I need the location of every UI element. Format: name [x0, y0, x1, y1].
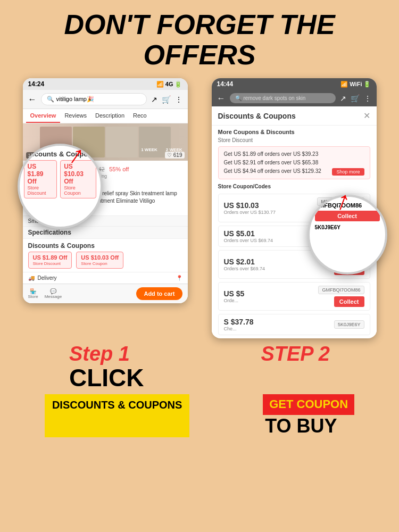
magnify-circle-1: Discounts & Coupons US $1.89 Off Store D…: [18, 144, 103, 229]
store-discount-box: Get US $1.89 off orders over US $39.23 G…: [218, 146, 370, 179]
coupon-row-4: US $5 Orde... GMFBQI7OOM86 Collect: [218, 282, 370, 311]
cart-icon[interactable]: 🛒: [162, 95, 171, 104]
phone1-signal: 📶 4G 🔋: [156, 81, 182, 88]
magnify-pill1-amount: US $1.89 Off: [28, 163, 54, 185]
bottom-icons: 🏪 Store 💬 Message: [28, 288, 62, 299]
phone2-search-text: remove dark spots on skin: [244, 95, 306, 101]
coupon-row-5: S $37.78 Che... 5K0J9E6Y: [218, 314, 370, 335]
coupon-1-amount: US $10.03: [224, 201, 276, 210]
banners-row: DISCOUNTS & COUPONS GET COUPON TO BUY: [0, 392, 399, 442]
pill-store-coupon: US $10.03 Off Store Coupon: [76, 252, 123, 269]
step1-num: Step 1: [69, 343, 144, 365]
pill-store-discount: US $1.89 Off Store Discount: [28, 252, 72, 269]
coupon-5-left: S $37.78 Che...: [224, 318, 254, 331]
tab-overview[interactable]: Overview: [26, 109, 61, 123]
phone2-search-icon: 🔍: [235, 95, 242, 101]
coupon-5-code: 5K0J9E6Y: [334, 320, 364, 329]
coupon-3-amount: US $2.01: [224, 257, 265, 266]
store-discount-rows: Get US $1.89 off orders over US $39.23 G…: [224, 150, 364, 176]
store-icon-block[interactable]: 🏪 Store: [28, 288, 38, 299]
step2-block: STEP 2: [261, 343, 330, 365]
step1-block: Step 1 CLICK: [69, 343, 144, 390]
store-label: Store: [28, 294, 38, 299]
magnify-pill2-label: Store Coupon: [64, 185, 81, 196]
banner-get-coupon-text: GET COUPON: [269, 397, 348, 411]
message-icon: 💬: [45, 288, 62, 294]
phone1-navbar: ← 🔍 vitiligo lamp🎉 ↗ 🛒 ⋮: [23, 90, 188, 109]
discount-line-3: Get US $4.94 off orders over US $129.32: [224, 168, 321, 174]
delivery-label: Delivery: [38, 275, 57, 281]
collect-button-4[interactable]: Collect: [334, 296, 364, 307]
steps-row: Step 1 CLICK STEP 2: [0, 338, 399, 392]
bottom-bar: 🏪 Store 💬 Message Add to cart: [23, 284, 188, 303]
coupon-2-min: Orders over US $69.74: [224, 238, 273, 243]
store-discount-label: Store Discount: [212, 136, 377, 144]
spec-label: Specifications: [28, 229, 71, 236]
store-icon: 🏪: [28, 288, 38, 294]
pill2-label: Store Coupon: [81, 261, 107, 266]
pill1-label: Store Discount: [33, 261, 61, 266]
phone2-signal: 📶 WiFi 🔋: [340, 81, 371, 88]
search-icon: 🔍: [47, 96, 54, 103]
phone2-back-icon[interactable]: ←: [217, 94, 226, 103]
phone2-search[interactable]: 🔍 remove dark spots on skin: [230, 93, 336, 103]
more-coupons-label: More Coupons & Discounts: [212, 126, 377, 136]
coupon-4-left: US $5 Orde...: [224, 289, 245, 303]
discount-line-1: Get US $1.89 off orders over US $39.23: [224, 151, 319, 157]
coupon-2-amount: US $5.01: [224, 229, 273, 238]
coupon-1-min: Orders over US $130.77: [224, 210, 276, 215]
magnify-collect-btn[interactable]: Collect: [315, 211, 380, 221]
modal-header: Discounts & Coupons ✕: [212, 106, 377, 126]
discounts-section[interactable]: Discounts & Coupons US $1.89 Off Store D…: [23, 238, 188, 272]
price-off: 55% off: [109, 166, 129, 172]
coupon-5-min: Che...: [224, 326, 254, 331]
tab-description[interactable]: Description: [91, 109, 129, 123]
phones-row: 14:24 📶 4G 🔋 ← 🔍 vitiligo lamp🎉 ↗ 🛒 ⋮ Ov…: [0, 78, 399, 338]
tab-reviews[interactable]: Reviews: [60, 109, 91, 123]
discount-title: Discounts & Coupons: [28, 242, 182, 250]
coupon-4-amount: US $5: [224, 289, 245, 298]
coupon-3-left: US $2.01 Orders over $69.74: [224, 257, 265, 271]
phone1-time: 14:24: [28, 80, 45, 88]
delivery-row: 🚚 Delivery 📍: [23, 272, 188, 284]
step1-action: CLICK: [69, 365, 144, 390]
phone1-tabs: Overview Reviews Description Reco: [23, 109, 188, 123]
phone1-search[interactable]: 🔍 vitiligo lamp🎉: [41, 93, 147, 105]
phone1-wrapper: 14:24 📶 4G 🔋 ← 🔍 vitiligo lamp🎉 ↗ 🛒 ⋮ Ov…: [23, 78, 188, 303]
shop-more-button[interactable]: Shop more: [332, 168, 364, 176]
phone1-search-text: vitiligo lamp🎉: [56, 96, 94, 103]
banner-to-buy-text: TO BUY: [263, 415, 354, 437]
cart2-icon[interactable]: 🛒: [351, 94, 360, 103]
share-icon[interactable]: ↗: [151, 95, 157, 104]
spec-row[interactable]: Specifications: [23, 226, 188, 238]
phone2-navbar: ← 🔍 remove dark spots on skin ↗ 🛒 ⋮: [212, 90, 377, 106]
back-icon[interactable]: ←: [28, 95, 37, 104]
modal-close-button[interactable]: ✕: [363, 111, 370, 121]
share2-icon[interactable]: ↗: [340, 94, 346, 103]
more2-icon[interactable]: ⋮: [364, 94, 371, 103]
message-icon-block[interactable]: 💬 Message: [45, 288, 62, 299]
coupon-4-right: GMFBQI7OOM86 Collect: [318, 286, 364, 307]
add-to-cart-button[interactable]: Add to cart: [136, 287, 182, 300]
step2-num: STEP 2: [261, 343, 330, 365]
coupon-4-code: GMFBQI7OOM86: [318, 286, 364, 294]
main-heading: DON'T FORGET THE OFFERS: [0, 0, 399, 76]
magnify-pill-1: US $1.89 Off Store Discount: [24, 160, 57, 198]
message-label: Message: [45, 294, 62, 299]
coupon-1-left: US $10.03 Orders over US $130.77: [224, 201, 276, 215]
pill2-amount: US $10.03 Off: [81, 254, 119, 261]
coupon-2-left: US $5.01 Orders over US $69.74: [224, 229, 273, 243]
phone1-nav-icons: ↗ 🛒 ⋮: [151, 95, 182, 104]
pill1-amount: US $1.89 Off: [33, 254, 68, 261]
phone2-nav-icons: ↗ 🛒 ⋮: [340, 94, 371, 103]
banner-discounts: DISCOUNTS & COUPONS: [45, 394, 189, 437]
magnify-pills: US $1.89 Off Store Discount US $10.03 Of…: [24, 160, 96, 198]
coupon-5-right: 5K0J9E6Y: [334, 320, 364, 329]
coupon-5-amount: S $37.78: [224, 318, 254, 326]
more-icon[interactable]: ⋮: [175, 95, 182, 104]
delivery-icon: 🚚: [28, 275, 35, 281]
tab-reco[interactable]: Reco: [129, 109, 151, 123]
discount-pills: US $1.89 Off Store Discount US $10.03 Of…: [28, 252, 182, 269]
phone1-status-bar: 14:24 📶 4G 🔋: [23, 78, 188, 90]
phone2-status-bar: 14:44 📶 WiFi 🔋: [212, 78, 377, 90]
